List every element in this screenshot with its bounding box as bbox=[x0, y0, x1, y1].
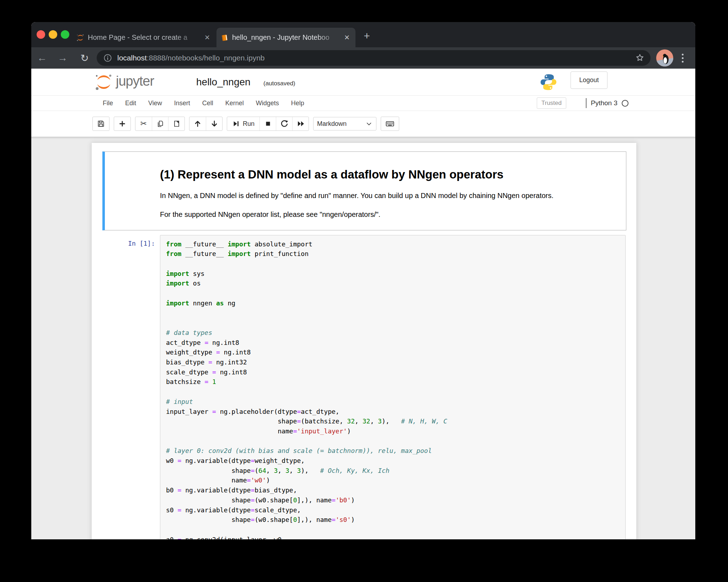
paste-cell-button[interactable] bbox=[168, 117, 184, 130]
code-line bbox=[166, 318, 620, 328]
command-palette-button[interactable] bbox=[381, 117, 399, 130]
code-line bbox=[166, 387, 620, 397]
trusted-badge: Trusted bbox=[537, 97, 566, 109]
cell-type-select[interactable]: Markdown bbox=[313, 117, 376, 130]
notebook-container: (1) Represent a DNN model as a dataflow … bbox=[92, 143, 636, 539]
run-cell-button[interactable]: Run bbox=[227, 117, 259, 130]
logout-button[interactable]: Logout bbox=[571, 71, 607, 89]
copy-icon bbox=[156, 119, 165, 128]
cell-prompt: In [1]: bbox=[102, 235, 160, 539]
code-line: bias_dtype = ng.int32 bbox=[166, 357, 620, 367]
save-icon bbox=[97, 119, 105, 128]
menu-kernel[interactable]: Kernel bbox=[219, 100, 250, 107]
kernel-separator bbox=[586, 98, 587, 108]
notebook-title[interactable]: hello_nngen bbox=[196, 76, 251, 88]
restart-icon bbox=[280, 119, 289, 128]
browser-menu-icon[interactable] bbox=[678, 52, 687, 64]
site-info-icon[interactable] bbox=[103, 53, 112, 63]
new-tab-button[interactable]: + bbox=[360, 30, 373, 43]
address-bar: ← → ↻ localhost:8888/notebooks/hello_nng… bbox=[31, 47, 695, 69]
back-icon[interactable]: ← bbox=[34, 47, 50, 69]
code-line bbox=[166, 436, 620, 446]
close-tab-icon[interactable]: ✕ bbox=[203, 33, 212, 42]
url-host: localhost bbox=[117, 54, 147, 62]
bookmark-star-icon[interactable] bbox=[635, 53, 645, 63]
code-line: act_dtype = ng.int8 bbox=[166, 338, 620, 348]
restart-run-all-button[interactable] bbox=[292, 117, 309, 130]
add-cell-button[interactable] bbox=[114, 117, 130, 130]
code-line bbox=[166, 308, 620, 318]
markdown-paragraph: For the supported NNgen operator list, p… bbox=[160, 210, 615, 219]
code-line: s0 = ng.variable(dtype=scale_dtype, bbox=[166, 505, 620, 515]
menu-cell[interactable]: Cell bbox=[196, 100, 219, 107]
arrow-down-icon bbox=[210, 119, 219, 128]
menu-insert[interactable]: Insert bbox=[168, 100, 196, 107]
code-line: # data types bbox=[166, 328, 620, 338]
code-line: from __future__ import print_function bbox=[166, 249, 620, 259]
menubar: FileEditViewInsertCellKernelWidgetsHelp … bbox=[31, 95, 695, 111]
jupyter-logo-icon[interactable] bbox=[95, 73, 113, 91]
tab-home-page[interactable]: Home Page - Select or create a ✕ bbox=[72, 28, 216, 47]
menu-help[interactable]: Help bbox=[285, 100, 310, 107]
menu-file[interactable]: File bbox=[97, 100, 119, 107]
keyboard-icon bbox=[385, 119, 395, 128]
tab-title: Home Page - Select or create a bbox=[88, 33, 200, 42]
scissors-icon: ✂ bbox=[140, 120, 147, 128]
jupyter-favicon-icon bbox=[76, 34, 84, 42]
menu-edit[interactable]: Edit bbox=[119, 100, 142, 107]
code-line: weight_dtype = ng.int8 bbox=[166, 347, 620, 357]
cell-type-value: Markdown bbox=[317, 120, 347, 128]
notebook-body: (1) Represent a DNN model as a dataflow … bbox=[31, 137, 695, 539]
code-line bbox=[166, 259, 620, 269]
url-text: localhost:8888/notebooks/hello_nngen.ipy… bbox=[117, 54, 265, 62]
menu-items: FileEditViewInsertCellKernelWidgetsHelp bbox=[97, 96, 310, 111]
browser-window: Home Page - Select or create a ✕ hello_n… bbox=[31, 22, 695, 539]
url-bar[interactable]: localhost:8888/notebooks/hello_nngen.ipy… bbox=[97, 50, 651, 66]
forward-icon[interactable]: → bbox=[55, 47, 70, 69]
code-line: # input bbox=[166, 397, 620, 407]
tab-title: hello_nngen - Jupyter Noteboo bbox=[232, 33, 340, 42]
minimize-window-button[interactable] bbox=[49, 30, 57, 39]
markdown-cell-selected[interactable]: (1) Represent a DNN model as a dataflow … bbox=[102, 151, 626, 230]
code-line: scale_dtype = ng.int8 bbox=[166, 367, 620, 377]
restart-kernel-button[interactable] bbox=[276, 117, 292, 130]
code-line: # layer 0: conv2d (with bias and scale (… bbox=[166, 446, 620, 456]
run-label: Run bbox=[243, 120, 255, 128]
interrupt-kernel-button[interactable] bbox=[259, 117, 276, 130]
cut-cell-button[interactable]: ✂ bbox=[135, 117, 152, 130]
zoom-window-button[interactable] bbox=[61, 30, 69, 39]
code-line: a0 = ng.conv2d(input_layer, w0, bbox=[166, 535, 620, 539]
paste-icon bbox=[172, 119, 181, 128]
notebook-toolbar: ✂ bbox=[31, 111, 695, 137]
code-line: from __future__ import absolute_import bbox=[166, 239, 620, 249]
autosave-status: (autosaved) bbox=[263, 80, 295, 87]
close-tab-icon[interactable]: ✕ bbox=[343, 33, 351, 42]
menu-view[interactable]: View bbox=[142, 100, 168, 107]
code-line: shape=(w0.shape[0],), name='s0') bbox=[166, 515, 620, 525]
profile-avatar[interactable] bbox=[656, 49, 673, 66]
run-icon bbox=[232, 120, 240, 128]
arrow-up-icon bbox=[193, 119, 202, 128]
jupyter-brand-text[interactable]: jupyter bbox=[116, 74, 154, 89]
code-editor[interactable]: from __future__ import absolute_importfr… bbox=[160, 235, 626, 539]
code-line: name='w0') bbox=[166, 475, 620, 485]
tab-hello-nngen[interactable]: hello_nngen - Jupyter Noteboo ✕ bbox=[216, 28, 355, 47]
save-button[interactable] bbox=[93, 117, 109, 130]
code-line: name='input_layer') bbox=[166, 426, 620, 436]
code-line: b0 = ng.variable(dtype=bias_dtype, bbox=[166, 485, 620, 495]
close-window-button[interactable] bbox=[37, 30, 45, 39]
reload-icon[interactable]: ↻ bbox=[77, 47, 92, 69]
kernel-indicator: Python 3 bbox=[586, 96, 628, 111]
python-logo-icon bbox=[539, 73, 558, 91]
url-path: :8888/notebooks/hello_nngen.ipynb bbox=[147, 54, 265, 62]
copy-cell-button[interactable] bbox=[152, 117, 168, 130]
move-cell-up-button[interactable] bbox=[189, 117, 206, 130]
stop-icon bbox=[264, 120, 272, 128]
markdown-paragraph: In NNgen, a DNN model is defined by "def… bbox=[160, 191, 615, 201]
move-cell-down-button[interactable] bbox=[206, 117, 222, 130]
jupyter-header: jupyter hello_nngen (autosaved) Logout bbox=[31, 69, 695, 95]
code-line: batchsize = 1 bbox=[166, 377, 620, 387]
code-cell[interactable]: In [1]: from __future__ import absolute_… bbox=[102, 235, 626, 539]
chevron-down-icon bbox=[365, 120, 373, 127]
menu-widgets[interactable]: Widgets bbox=[250, 100, 285, 107]
